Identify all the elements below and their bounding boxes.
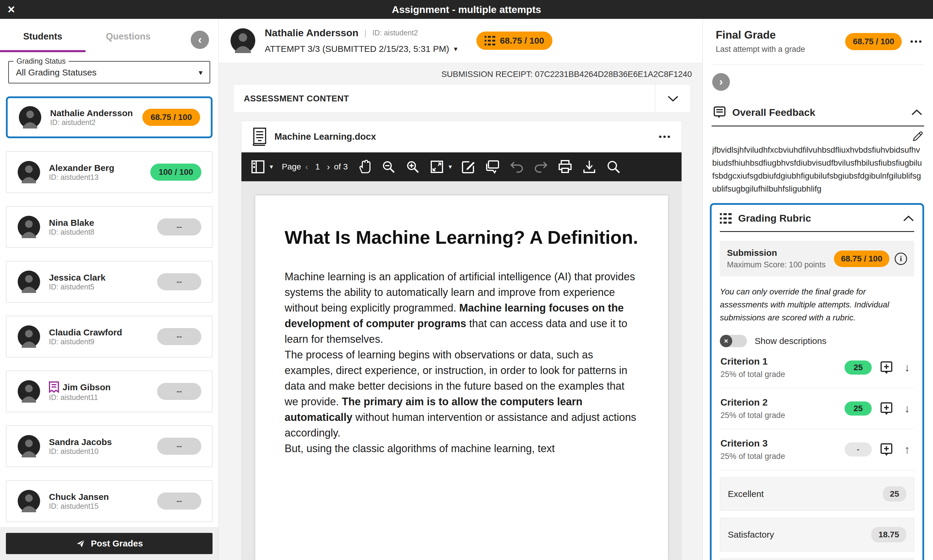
submission-receipt: SUBMISSION RECEIPT: 07C2231BB4264D28B36E… <box>219 63 702 84</box>
show-descriptions-toggle[interactable]: × Show descriptions <box>720 335 914 347</box>
student-id: ID: aistudent10 <box>49 447 99 455</box>
avatar <box>231 28 255 53</box>
thumbnails-panel-icon[interactable] <box>250 159 266 174</box>
document-file-name: Machine Learning.docx <box>274 131 651 142</box>
chevron-down-icon[interactable]: ▾ <box>270 163 273 171</box>
chevron-down-icon: ▾ <box>199 68 203 77</box>
rubric-level-unsatisfactory[interactable]: Unsatisfactory 12.5 <box>720 558 914 560</box>
student-name: Jessica Clark <box>49 272 157 283</box>
student-score-badge: 68.75 / 100 <box>142 109 200 126</box>
submission-score-badge[interactable]: 68.75 / 100 <box>834 251 889 267</box>
tab-questions[interactable]: Questions <box>86 31 171 50</box>
rubric-level-excellent[interactable]: Excellent 25 <box>720 477 914 511</box>
avatar <box>18 161 40 183</box>
student-row-alexander-berg[interactable]: Alexander Berg ID: aistudent13 100 / 100 <box>6 151 212 193</box>
level-points-badge: 25 <box>883 486 906 502</box>
student-row-sandra-jacobs[interactable]: Sandra Jacobs ID: aistudent10 -- <box>6 425 212 467</box>
edit-feedback-pencil-icon[interactable] <box>912 131 923 142</box>
criterion-weight: 25% of total grade <box>721 370 845 379</box>
student-row-jim-gibson[interactable]: Jim Gibson ID: aistudent11 -- <box>6 371 212 412</box>
paper-plane-icon <box>75 538 86 549</box>
criterion-weight: 25% of total grade <box>721 411 845 420</box>
post-grades-button[interactable]: Post Grades <box>6 533 212 554</box>
student-row-claudia-crawford[interactable]: Claudia Crawford ID: aistudent9 -- <box>6 316 212 357</box>
overall-feedback-header: Overall Feedback <box>711 106 924 126</box>
student-row-chuck-jansen[interactable]: Chuck Jansen ID: aistudent15 -- <box>6 480 212 522</box>
viewer-toolbar: ▾ Page ‹ 1 › of 3 ▾ <box>242 152 682 181</box>
student-name: Nina Blake <box>49 218 157 228</box>
undo-icon[interactable] <box>509 159 524 174</box>
collapse-criterion-icon[interactable]: ↑ <box>901 443 913 456</box>
student-id: ID: aistudent9 <box>49 337 94 346</box>
zoom-out-icon[interactable] <box>381 159 396 174</box>
grading-rubric-header: Grading Rubric <box>720 212 914 232</box>
rubric-level-satisfactory[interactable]: Satisfactory 18.75 <box>720 518 914 551</box>
document-menu-button[interactable]: ••• <box>659 132 671 142</box>
student-score-badge: -- <box>157 328 201 345</box>
level-name: Satisfactory <box>728 530 871 540</box>
chevron-up-icon[interactable] <box>911 109 922 115</box>
chevron-up-icon[interactable] <box>903 215 914 222</box>
avatar <box>18 490 40 512</box>
info-icon[interactable]: i <box>895 252 907 265</box>
criterion-score-badge[interactable]: 25 <box>845 402 872 415</box>
page-number[interactable]: 1 <box>312 162 323 172</box>
criterion-score-badge[interactable]: 25 <box>845 360 872 375</box>
criterion-name: Criterion 2 <box>721 397 845 408</box>
rubric-grid-icon <box>720 213 732 224</box>
add-feedback-icon[interactable] <box>880 443 893 456</box>
previous-page-icon[interactable]: ‹ <box>305 162 308 172</box>
final-grade-block: Final Grade Last attempt with a grade 68… <box>711 19 924 65</box>
student-score-badge: -- <box>157 438 201 455</box>
assessment-collapse-button[interactable] <box>655 85 690 112</box>
final-grade-title: Final Grade <box>716 29 845 41</box>
attempt-score-badge[interactable]: 68.75 / 100 <box>476 32 553 50</box>
next-page-icon[interactable]: › <box>327 162 330 172</box>
toggle-off-icon[interactable]: × <box>720 335 747 347</box>
avatar <box>18 216 40 238</box>
submission-max-score: Maximum Score: 100 points <box>727 260 834 269</box>
add-feedback-icon[interactable] <box>880 402 893 415</box>
zoom-in-icon[interactable] <box>405 159 420 174</box>
chevron-left-icon: ‹ <box>198 34 202 46</box>
students-sidebar: Students Questions ‹ Grading Status All … <box>0 19 219 560</box>
document-file-icon <box>251 128 267 146</box>
redo-icon[interactable] <box>533 159 549 174</box>
expand-criterion-icon[interactable]: ↓ <box>901 362 913 374</box>
add-feedback-icon[interactable] <box>880 361 893 374</box>
criterion-weight: 25% of total grade <box>721 452 845 461</box>
sidebar-collapse-button[interactable]: ‹ <box>191 31 209 49</box>
grading-rubric-title: Grading Rubric <box>738 212 896 224</box>
pan-hand-icon[interactable] <box>357 159 372 174</box>
attempt-label: ATTEMPT 3/3 (SUBMITTED 2/15/23, 5:31 PM) <box>265 44 449 54</box>
expand-criterion-icon[interactable]: ↓ <box>901 402 913 415</box>
rubric-submission-row: Submission Maximum Score: 100 points 68.… <box>720 241 914 277</box>
print-icon[interactable] <box>557 159 573 174</box>
override-note: You can only override the final grade fo… <box>720 285 914 324</box>
criterion-score-badge[interactable]: - <box>845 442 872 457</box>
panel-collapse-button[interactable]: › <box>712 73 730 91</box>
criterion-row-2: Criterion 2 25% of total grade 25 ↓ <box>720 388 914 429</box>
final-grade-badge[interactable]: 68.75 / 100 <box>845 33 902 50</box>
student-score-badge: -- <box>157 273 201 290</box>
avatar <box>18 435 40 457</box>
student-row-nathalie-andersson[interactable]: Nathalie Andersson ID: aistudent2 68.75 … <box>6 96 212 138</box>
chevron-down-icon[interactable]: ▾ <box>449 163 452 171</box>
student-name: Nathalie Andersson <box>265 27 359 38</box>
document-page-area[interactable]: What Is Machine Learning? A Definition. … <box>242 181 682 560</box>
student-row-jessica-clark[interactable]: Jessica Clark ID: aistudent5 -- <box>6 261 212 303</box>
annotate-icon[interactable] <box>461 159 476 174</box>
student-list: Nathalie Andersson ID: aistudent2 68.75 … <box>0 96 219 522</box>
comments-icon[interactable] <box>485 159 500 174</box>
attempt-selector[interactable]: ATTEMPT 3/3 (SUBMITTED 2/15/23, 5:31 PM)… <box>265 44 457 54</box>
download-icon[interactable] <box>582 159 597 174</box>
student-name: Chuck Jansen <box>49 492 157 502</box>
tab-students[interactable]: Students <box>0 31 86 52</box>
search-icon[interactable] <box>606 159 621 174</box>
student-row-nina-blake[interactable]: Nina Blake ID: aistudent8 -- <box>6 206 212 248</box>
fit-to-screen-icon[interactable] <box>429 159 445 174</box>
grading-status-select[interactable]: Grading Status All Grading Statuses ▾ <box>8 61 210 83</box>
student-id: ID: aistudent2 <box>50 118 95 126</box>
overall-feedback-text[interactable]: jfbvidlsjhfviludhfxcbviuhdfilvuhbsdfliux… <box>711 143 924 195</box>
final-grade-menu-button[interactable]: ••• <box>910 37 923 46</box>
